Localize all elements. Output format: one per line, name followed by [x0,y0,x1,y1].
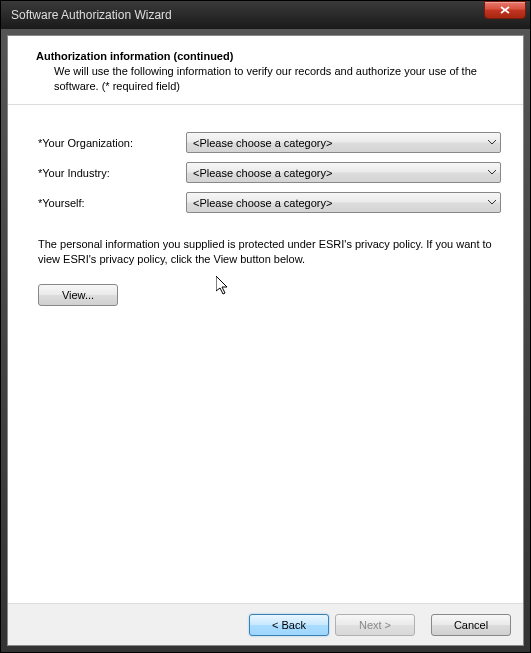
privacy-text: The personal information you supplied is… [38,237,501,267]
cancel-button[interactable]: Cancel [431,614,511,636]
window-frame: Authorization information (continued) We… [1,29,530,652]
organization-dropdown[interactable]: <Please choose a category> [186,132,501,153]
industry-dropdown[interactable]: <Please choose a category> [186,162,501,183]
organization-label: *Your Organization: [38,137,186,149]
close-icon [500,6,510,14]
form-area: *Your Organization: <Please choose a cat… [8,105,523,603]
close-button[interactable] [484,1,526,19]
industry-label: *Your Industry: [38,167,186,179]
organization-dropdown-value: <Please choose a category> [193,137,487,149]
wizard-button-bar: < Back Next > Cancel [8,603,523,645]
yourself-dropdown[interactable]: <Please choose a category> [186,192,501,213]
window-title: Software Authorization Wizard [11,8,484,22]
page-subheading: We will use the following information to… [36,64,503,94]
industry-dropdown-value: <Please choose a category> [193,167,487,179]
authorization-wizard-window: Software Authorization Wizard Authorizat… [0,0,531,653]
header-section: Authorization information (continued) We… [8,36,523,105]
content-panel: Authorization information (continued) We… [7,35,524,646]
yourself-label: *Yourself: [38,197,186,209]
industry-row: *Your Industry: <Please choose a categor… [38,161,501,185]
organization-row: *Your Organization: <Please choose a cat… [38,131,501,155]
yourself-row: *Yourself: <Please choose a category> [38,191,501,215]
chevron-down-icon [487,138,496,147]
page-heading: Authorization information (continued) [36,50,503,62]
next-button: Next > [335,614,415,636]
back-button[interactable]: < Back [249,614,329,636]
yourself-dropdown-value: <Please choose a category> [193,197,487,209]
chevron-down-icon [487,168,496,177]
titlebar: Software Authorization Wizard [1,1,530,29]
chevron-down-icon [487,198,496,207]
view-button[interactable]: View... [38,284,118,306]
